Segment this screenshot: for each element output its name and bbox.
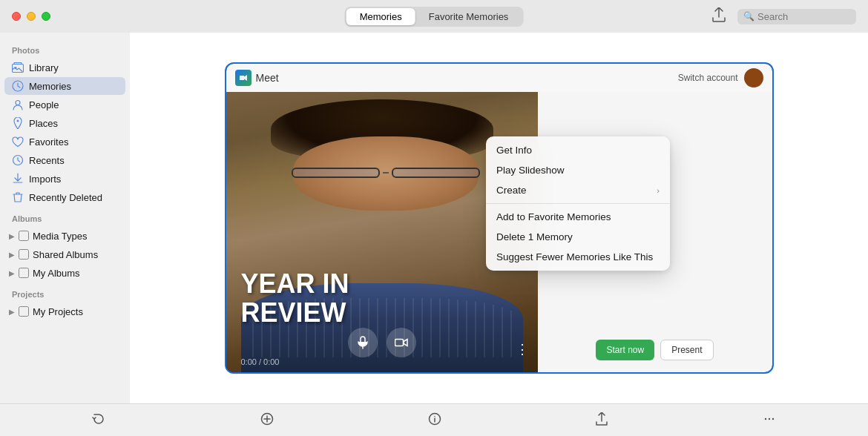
bottom-tool-btn-2[interactable] bbox=[251, 409, 283, 432]
svg-point-21 bbox=[772, 417, 774, 419]
sidebar-item-recently-deleted[interactable]: Recently Deleted bbox=[4, 188, 125, 206]
sidebar-item-favorites[interactable]: Favorites bbox=[4, 133, 125, 151]
sidebar-section-projects: Projects bbox=[0, 283, 130, 302]
meet-icon bbox=[235, 70, 251, 86]
sidebar-item-places[interactable]: Places bbox=[4, 114, 125, 132]
sidebar-item-places-label: Places bbox=[29, 118, 58, 129]
sidebar-group-shared-albums[interactable]: ▶ Shared Albums bbox=[4, 245, 125, 263]
svg-rect-9 bbox=[19, 307, 29, 317]
meet-logo: Meet bbox=[235, 70, 279, 86]
sidebar-item-imports-label: Imports bbox=[29, 174, 61, 185]
tab-favorite-memories[interactable]: Favorite Memories bbox=[415, 8, 522, 25]
my-albums-icon bbox=[18, 267, 30, 279]
bottom-tool-btn-5[interactable] bbox=[754, 409, 785, 432]
maximize-button[interactable] bbox=[42, 12, 50, 21]
sidebar-item-favorites-label: Favorites bbox=[29, 136, 68, 148]
chevron-icon-media-types: ▶ bbox=[9, 232, 15, 240]
share-button[interactable] bbox=[712, 7, 726, 26]
video-title-line2: REVIEW bbox=[241, 298, 349, 328]
present-button[interactable]: Present bbox=[660, 340, 713, 360]
sidebar-group-media-types[interactable]: ▶ Media Types bbox=[4, 227, 125, 245]
camera-button[interactable] bbox=[387, 328, 416, 357]
svg-point-4 bbox=[17, 120, 19, 122]
sidebar-item-recents[interactable]: Recents bbox=[4, 151, 125, 169]
info-icon bbox=[428, 412, 441, 429]
video-overlay-text: YEAR IN REVIEW bbox=[241, 269, 349, 328]
bottom-tool-btn-1[interactable] bbox=[83, 409, 114, 432]
switch-account-area[interactable]: Switch account bbox=[678, 68, 763, 87]
media-types-icon bbox=[18, 230, 30, 242]
favorites-icon bbox=[12, 136, 24, 148]
video-more-button[interactable]: ⋮ bbox=[516, 341, 529, 357]
sidebar-group-media-types-label: Media Types bbox=[33, 231, 87, 242]
content-area: Meet Switch account bbox=[130, 33, 868, 403]
sidebar-group-my-projects[interactable]: ▶ My Projects bbox=[4, 303, 125, 320]
sidebar-group-my-albums[interactable]: ▶ My Albums bbox=[4, 264, 125, 282]
sidebar-item-library-label: Library bbox=[29, 62, 59, 73]
switch-account-label: Switch account bbox=[678, 73, 738, 83]
sidebar-group-my-albums-label: My Albums bbox=[33, 268, 80, 279]
tab-group: Memories Favorite Memories bbox=[345, 7, 524, 27]
sidebar-item-recently-deleted-label: Recently Deleted bbox=[29, 192, 102, 203]
bottom-tool-btn-4[interactable] bbox=[587, 409, 617, 432]
svg-rect-12 bbox=[395, 340, 403, 346]
my-projects-icon bbox=[18, 305, 30, 317]
title-bar: Memories Favorite Memories 🔍 bbox=[0, 0, 868, 33]
traffic-lights bbox=[12, 12, 50, 21]
context-menu-delete-memory[interactable]: Delete 1 Memory bbox=[486, 227, 670, 247]
add-photo-icon bbox=[260, 412, 274, 429]
video-title-line1: YEAR IN bbox=[241, 269, 349, 299]
submenu-arrow-create: › bbox=[657, 186, 660, 195]
sidebar-item-library[interactable]: Library bbox=[4, 59, 125, 76]
sidebar-item-recents-label: Recents bbox=[29, 155, 65, 166]
search-icon: 🔍 bbox=[743, 11, 754, 22]
sidebar-item-people[interactable]: People bbox=[4, 96, 125, 113]
svg-rect-6 bbox=[19, 231, 29, 241]
recently-deleted-icon bbox=[12, 191, 24, 203]
video-time: 0:00 / 0:00 bbox=[241, 357, 280, 366]
recents-icon bbox=[12, 154, 24, 166]
context-menu-play-slideshow[interactable]: Play Slideshow bbox=[486, 160, 670, 180]
imports-icon bbox=[12, 173, 24, 185]
context-menu-create[interactable]: Create › bbox=[486, 180, 670, 200]
sidebar-item-memories-label: Memories bbox=[29, 81, 71, 92]
account-avatar bbox=[744, 68, 763, 87]
search-box[interactable]: 🔍 bbox=[737, 9, 856, 24]
context-menu-separator bbox=[486, 203, 670, 204]
chevron-icon-shared-albums: ▶ bbox=[9, 251, 15, 259]
sidebar-section-albums: Albums bbox=[0, 207, 130, 226]
more-options-icon bbox=[763, 412, 776, 429]
close-button[interactable] bbox=[12, 12, 21, 21]
sidebar-group-my-projects-label: My Projects bbox=[33, 306, 83, 317]
microphone-button[interactable] bbox=[348, 328, 378, 357]
memories-icon bbox=[12, 80, 24, 92]
sidebar-item-memories[interactable]: Memories bbox=[4, 77, 125, 95]
meet-overlay: Meet Switch account bbox=[226, 64, 772, 92]
share-icon bbox=[596, 412, 608, 429]
sidebar-group-shared-albums-label: Shared Albums bbox=[33, 249, 98, 260]
sidebar-item-people-label: People bbox=[29, 99, 59, 110]
places-icon bbox=[12, 117, 24, 129]
context-menu-get-info[interactable]: Get Info bbox=[486, 140, 670, 160]
bottom-tool-btn-3[interactable] bbox=[419, 409, 450, 432]
context-menu-add-to-favorite[interactable]: Add to Favorite Memories bbox=[486, 207, 670, 227]
svg-point-18 bbox=[434, 415, 435, 417]
chevron-icon-my-projects: ▶ bbox=[9, 308, 15, 316]
main-layout: Photos Library Memories People Places bbox=[0, 33, 868, 403]
sidebar-item-imports[interactable]: Imports bbox=[4, 170, 125, 188]
memory-action-buttons: Start now Present bbox=[596, 340, 713, 360]
svg-rect-7 bbox=[19, 250, 29, 260]
svg-point-19 bbox=[765, 417, 766, 419]
search-input[interactable] bbox=[757, 11, 846, 22]
start-button[interactable]: Start now bbox=[596, 340, 654, 360]
tab-memories[interactable]: Memories bbox=[346, 8, 415, 25]
rotate-left-icon bbox=[92, 412, 105, 429]
context-menu-suggest-fewer[interactable]: Suggest Fewer Memories Like This bbox=[486, 247, 670, 267]
sidebar-section-photos: Photos bbox=[0, 39, 130, 58]
title-bar-right: 🔍 bbox=[712, 7, 856, 26]
svg-rect-8 bbox=[19, 268, 29, 278]
svg-point-3 bbox=[16, 100, 20, 105]
context-menu: Get Info Play Slideshow Create › Add to … bbox=[486, 136, 670, 271]
people-icon bbox=[12, 99, 24, 110]
minimize-button[interactable] bbox=[27, 12, 36, 21]
